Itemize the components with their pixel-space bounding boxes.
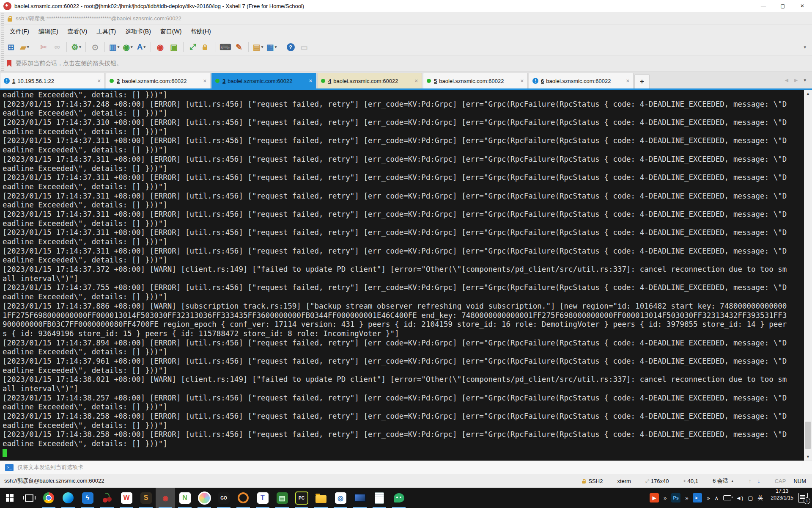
tab-scroll-left-icon[interactable]: ◀ [785,77,788,83]
send-bar-text[interactable]: 仅将文本发送到当前选项卡 [17,464,83,471]
menu-file[interactable]: 文件(F) [6,26,33,37]
thunder-icon[interactable]: ϟ [78,488,97,508]
menu-view[interactable]: 查看(V) [64,26,91,37]
menu-tools[interactable]: 工具(T) [93,26,120,37]
web-icon-caret[interactable]: ▾ [131,45,133,49]
session-url[interactable]: ssh://郭彦良:******************************… [16,15,181,22]
notification-center-icon[interactable]: 1 [798,493,808,503]
transfer-icon-caret[interactable]: ▾ [118,45,120,49]
cherry-app-icon[interactable] [97,488,117,508]
windows-taskbar: ϟWS◉NGOT▤PC◎ ▶»Ps»>_»∧◄)▢英 17:13 2023/1/… [0,488,812,508]
tab-close-icon[interactable]: ✕ [203,78,207,84]
goland-icon[interactable]: GO [214,488,233,508]
tab-2[interactable]: 2baolei.sznsmic.com:60022✕ [106,73,211,88]
open-session-icon-caret[interactable]: ▾ [27,45,29,49]
teams-icon[interactable]: T [253,488,272,508]
menu-tab[interactable]: 选项卡(B) [121,26,155,37]
font-icon-caret[interactable]: ▾ [144,45,146,49]
wps-icon[interactable]: W [117,488,136,508]
terminal-scrollbar[interactable]: ▲ ▼ [804,90,812,461]
terminal-output[interactable]: eadline Exceeded\", details: [] }))"][20… [3,91,803,458]
battery-icon[interactable] [723,495,731,500]
file-explorer-icon[interactable] [311,488,331,508]
tab-scroll-right-icon[interactable]: ▶ [794,77,798,83]
edge-icon[interactable] [58,488,78,508]
tab-close-icon[interactable]: ✕ [97,78,101,84]
xftp-icon[interactable]: ▣ [167,41,180,53]
terminal-area[interactable]: eadline Exceeded\", details: [] }))"][20… [0,90,812,461]
tab-3[interactable]: 3baolei.sznsmic.com:60022✕ [211,73,316,88]
scrollbar-track[interactable] [804,97,812,453]
menu-edit[interactable]: 编辑(E) [35,26,62,37]
navicat-icon[interactable] [195,488,214,508]
tab-close-icon[interactable]: ✕ [626,78,630,84]
transfer-icon[interactable]: ▥▾ [108,41,121,53]
session-properties-icon[interactable]: ⚙▾ [70,41,82,53]
photoshop-tray-icon[interactable]: Ps [671,493,680,502]
wechat-icon[interactable] [389,488,409,508]
navicat-logo-icon [198,491,211,505]
find-icon[interactable]: ⊙ [89,41,102,53]
maximize-button[interactable]: ▢ [773,0,793,12]
volume-icon[interactable]: ◄) [736,495,743,501]
cmd-tray-icon[interactable]: >_ [693,493,702,502]
disconnect-icon-glyph: ✂ [40,42,47,52]
close-button[interactable]: ✕ [793,0,812,12]
browser-shield-icon[interactable]: ◎ [331,488,350,508]
fullscreen-icon[interactable]: ⤢ [187,41,199,53]
tab-close-icon[interactable]: ✕ [414,78,418,84]
tab-4[interactable]: 4baolei.sznsmic.com:60022✕ [317,73,422,88]
session-count-dropdown[interactable]: 6 会话▲ [713,477,734,485]
virtual-keyboard-icon[interactable]: ⌨ [219,41,232,53]
scroll-down-arrow[interactable]: ▼ [804,453,812,461]
ime-indicator[interactable]: 英 [758,494,763,502]
font-icon[interactable]: A▾ [135,41,148,53]
scroll-top-button[interactable]: ↑ [749,478,752,484]
toolbar-overflow-caret[interactable]: ▾ [804,44,806,50]
sublime-text-icon[interactable]: S [136,488,156,508]
scroll-bottom-button[interactable]: ↓ [757,478,760,484]
minimize-button[interactable]: — [754,0,773,12]
menu-help[interactable]: 帮助(H) [187,26,214,37]
tab-menu-caret[interactable]: ▾ [804,77,806,83]
remote-desktop-icon[interactable] [350,488,370,508]
compose-icon[interactable]: ✎ [233,41,245,53]
taskbar-clock[interactable]: 17:13 2023/1/15 [768,488,797,508]
notepad-icon[interactable] [370,488,389,508]
media-player-tray-icon[interactable]: ▶ [650,493,659,502]
green-utility-icon[interactable]: ▤ [272,488,292,508]
tray-overflow-chevron[interactable]: » [707,495,710,501]
new-session-icon[interactable]: ⊞ [5,41,17,53]
tab-1[interactable]: !110.195.56.1:22✕ [0,73,105,88]
chrome-icon[interactable] [39,488,58,508]
tab-close-icon[interactable]: ✕ [520,78,524,84]
tray-overflow-chevron[interactable]: » [685,495,688,501]
everything-search-icon[interactable] [233,488,253,508]
tab-close-icon[interactable]: ✕ [309,78,313,84]
scrollbar-thumb[interactable] [805,422,811,449]
tab-6[interactable]: !6baolei.sznsmic.com:60022✕ [529,73,634,88]
notepadpp-icon[interactable]: N [175,488,195,508]
new-file-icon[interactable]: ▤▾ [252,41,264,53]
open-session-icon[interactable]: ▰▾ [18,41,31,53]
new-file-icon-caret[interactable]: ▾ [261,45,263,49]
layout-icon-caret[interactable]: ▾ [275,45,277,49]
pycharm-icon[interactable]: PC [292,488,311,508]
scroll-up-arrow[interactable]: ▲ [804,90,812,97]
tab-5[interactable]: 5baolei.sznsmic.com:60022✕ [423,73,528,88]
xshell-icon[interactable]: ◉ [154,41,167,53]
lock-icon[interactable] [200,41,213,53]
task-view-button[interactable] [19,488,39,508]
new-tab-button[interactable]: + [634,75,650,88]
hidden-icons-chevron[interactable]: ∧ [715,495,719,501]
tray-overflow-chevron[interactable]: » [664,495,667,501]
menu-window[interactable]: 窗口(W) [156,26,186,37]
xshell-taskbar-icon[interactable]: ◉ [156,488,175,508]
start-button[interactable] [0,488,19,508]
web-icon[interactable]: ◉▾ [121,41,134,53]
layout-icon[interactable]: ▦▾ [265,41,278,53]
left-pane-grip[interactable] [1,13,4,72]
session-properties-icon-caret[interactable]: ▾ [79,45,81,49]
network-display-icon[interactable]: ▢ [748,495,753,501]
help-icon[interactable]: ? [284,41,297,53]
